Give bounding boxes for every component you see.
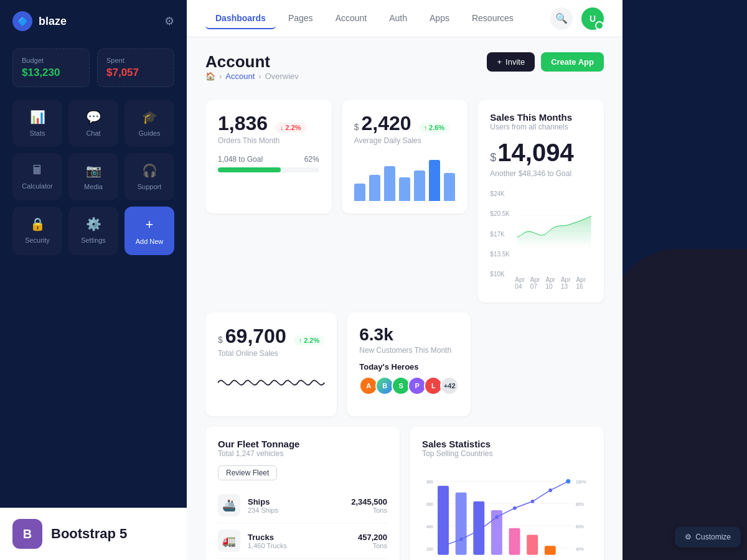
budget-label: Budget: [22, 57, 80, 64]
hero-count: +42: [440, 376, 459, 395]
bar-4: [399, 177, 410, 202]
breadcrumb-sep1: ›: [219, 72, 222, 81]
label-13k: $13.5K: [490, 251, 515, 258]
sales-big-amount: 14,094: [497, 139, 573, 167]
spent-card: Spent $7,057: [97, 49, 174, 87]
create-app-button[interactable]: Create App: [541, 52, 604, 72]
sidebar-item-add-new[interactable]: + Add New: [125, 207, 174, 255]
tab-dashboards[interactable]: Dashboards: [205, 8, 276, 29]
svg-point-26: [477, 528, 481, 532]
security-label: Security: [25, 236, 50, 244]
logo-area: 🔷 blaze: [12, 11, 67, 31]
xlabel-apr04: Apr 04: [515, 276, 530, 290]
security-icon: 🔒: [30, 217, 45, 231]
svg-rect-22: [527, 534, 538, 554]
trucks-count: 1,460 Trucks: [248, 542, 287, 549]
orders-badge: ↓ 2.2%: [275, 123, 306, 133]
ships-count: 234 Ships: [248, 506, 278, 514]
breadcrumb: 🏠 › Account › Overwiev: [205, 72, 299, 81]
chat-label: Chat: [86, 129, 100, 137]
customize-button[interactable]: ⚙ Customize: [675, 526, 741, 548]
online-sales-card: $ 69,700 ↑ 2.2% Total Online Sales: [205, 312, 337, 416]
svg-rect-23: [545, 546, 556, 554]
online-prefix: $: [218, 335, 223, 345]
progress-pct: 62%: [304, 155, 319, 164]
svg-point-30: [548, 488, 552, 492]
media-label: Media: [84, 183, 103, 190]
sidebar-item-support[interactable]: 🎧 Support: [125, 153, 174, 200]
sidebar-header: 🔷 blaze ⚙: [0, 0, 187, 42]
customize-label: Customize: [695, 533, 731, 541]
breadcrumb-home: 🏠: [205, 72, 215, 81]
sales-stats-sub: Top Selling Countries: [422, 449, 591, 458]
svg-text:200: 200: [426, 547, 433, 551]
right-panel: ⚙ Customize: [622, 0, 747, 560]
nav-tabs: Dashboards Pages Account Auth Apps Resou…: [205, 8, 524, 29]
tab-account[interactable]: Account: [326, 8, 377, 29]
svg-point-29: [531, 500, 535, 503]
review-fleet-button[interactable]: Review Fleet: [218, 465, 277, 480]
top-nav-right: 🔍 U: [550, 7, 604, 30]
breadcrumb-sep2: ›: [258, 72, 261, 81]
menu-icon[interactable]: ⚙: [164, 14, 174, 28]
svg-point-25: [459, 538, 463, 541]
fleet-card: Our Fleet Tonnage Total 1,247 vehicles R…: [205, 426, 400, 560]
search-button[interactable]: 🔍: [550, 7, 573, 30]
sidebar-item-settings[interactable]: ⚙️ Settings: [68, 207, 118, 255]
sales-stats-chart: 800 600 400 200 100% 80% 60% 40%: [422, 465, 591, 560]
daily-prefix: $: [354, 122, 359, 132]
calculator-icon: 🖩: [31, 163, 44, 177]
breadcrumb-account[interactable]: Account: [225, 72, 255, 81]
page-title-area: Account 🏠 › Account › Overwiev: [205, 52, 299, 93]
invite-button[interactable]: + Invite: [487, 52, 535, 72]
calculator-label: Calculator: [22, 182, 53, 190]
sidebar: 🔷 blaze ⚙ Budget $13,230 Spent $7,057 📊 …: [0, 0, 187, 560]
sidebar-item-calculator[interactable]: 🖩 Calculator: [12, 153, 62, 200]
tab-auth[interactable]: Auth: [379, 8, 417, 29]
customers-number: 6.3k: [359, 325, 458, 345]
nav-grid: 📊 Stats 💬 Chat 🎓 Guides 🖩 Calculator 📷 M…: [0, 100, 187, 255]
sales-stats-title: Sales Statistics: [422, 439, 591, 449]
trucks-icon: 🚛: [218, 530, 240, 552]
page-header: Account 🏠 › Account › Overwiev + Invite …: [205, 52, 604, 93]
label-10k: $10K: [490, 271, 515, 278]
sidebar-item-chat[interactable]: 💬 Chat: [68, 100, 118, 147]
svg-point-28: [513, 506, 517, 510]
chart-y-labels: $24K $20.5K $17K $13.5K $10K: [490, 190, 515, 278]
chart-x-labels: Apr 04 Apr 07 Apr 10 Apr 13 Apr 16: [490, 276, 591, 290]
sales-month-card: Sales This Months Users from all channel…: [477, 100, 604, 302]
settings-label: Settings: [81, 236, 106, 244]
sidebar-item-stats[interactable]: 📊 Stats: [12, 100, 62, 147]
svg-point-31: [566, 479, 570, 483]
sales-stats-card: Sales Statistics Top Selling Countries 8…: [410, 426, 604, 560]
customers-label: New Customers This Month: [359, 346, 458, 355]
ships-icon: 🚢: [218, 494, 240, 516]
svg-text:400: 400: [426, 525, 433, 529]
user-avatar[interactable]: U: [581, 7, 604, 30]
top-nav: Dashboards Pages Account Auth Apps Resou…: [187, 0, 622, 37]
sidebar-item-security[interactable]: 🔒 Security: [12, 207, 62, 255]
logo-icon: 🔷: [12, 11, 32, 31]
label-24k: $24K: [490, 190, 515, 197]
spent-label: Spent: [106, 57, 165, 64]
xlabel-apr10: Apr 10: [545, 276, 561, 290]
sales-month-title: Sales This Months: [490, 112, 591, 123]
tab-apps[interactable]: Apps: [420, 8, 459, 29]
tab-pages[interactable]: Pages: [278, 8, 323, 29]
tab-resources[interactable]: Resources: [462, 8, 524, 29]
daily-sales-label: Average Daily Sales: [354, 136, 456, 145]
budget-card: Budget $13,230: [12, 49, 90, 87]
breadcrumb-overview: Overwiev: [265, 72, 299, 81]
heroes-avatars: A B S P L +42: [359, 376, 458, 395]
svg-point-27: [495, 515, 499, 519]
main-area: Dashboards Pages Account Auth Apps Resou…: [187, 0, 622, 560]
sidebar-item-media[interactable]: 📷 Media: [68, 153, 118, 200]
orders-label: Orders This Month: [218, 136, 319, 145]
bar-5: [414, 170, 425, 201]
guides-icon: 🎓: [142, 110, 157, 124]
sidebar-item-guides[interactable]: 🎓 Guides: [125, 100, 174, 147]
bootstrap-label: Bootstrap 5: [51, 526, 127, 542]
trucks-name: Trucks: [248, 533, 287, 542]
svg-text:40%: 40%: [576, 547, 584, 551]
online-sales-badge: ↑ 2.2%: [294, 335, 325, 345]
